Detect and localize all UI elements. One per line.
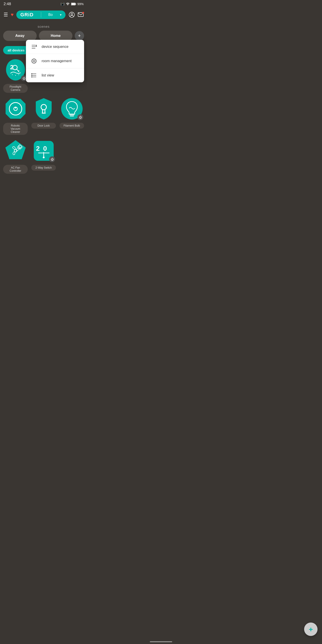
app-logo: GRiD	[20, 12, 34, 18]
all-devices-button[interactable]: all devices	[3, 46, 29, 54]
location-label: Bo	[48, 13, 53, 17]
svg-marker-23	[5, 140, 26, 159]
ac-fan-icon-wrap	[3, 138, 28, 163]
floodlight-camera-label: Floodlight Camera	[3, 84, 28, 93]
device-robotic-vacuum[interactable]: Robotic Vacuum Cleaner	[3, 96, 28, 135]
wifi-icon	[66, 2, 70, 6]
device-door-lock[interactable]: Door Lock	[31, 96, 56, 135]
chevron-down-icon: ▾	[60, 13, 62, 16]
logo-divider	[41, 12, 41, 18]
door-lock-icon-wrap	[31, 96, 56, 121]
home-scene-button[interactable]: Home	[39, 31, 72, 41]
list-view-label: list view	[42, 73, 54, 77]
away-scene-button[interactable]: Away	[3, 31, 37, 41]
add-scene-icon: +	[78, 33, 81, 39]
svg-point-4	[71, 13, 73, 15]
profile-icon[interactable]	[69, 12, 75, 18]
menu-icon[interactable]: ☰	[4, 12, 8, 18]
svg-marker-14	[6, 99, 26, 119]
logo-location-selector[interactable]: GRiD Bo ▾	[16, 10, 66, 19]
svg-point-17	[15, 107, 16, 108]
header-actions	[69, 12, 84, 18]
messages-icon[interactable]	[78, 12, 84, 17]
list-view-item[interactable]: list view	[26, 68, 84, 82]
device-sequence-label: device sequence	[42, 45, 68, 49]
filament-bulb-icon-wrap: ⏻	[60, 96, 84, 121]
device-2way-switch[interactable]: 2 0 ⏻ 2-Way Switch	[31, 138, 56, 174]
device-sequence-item[interactable]: device sequence	[26, 40, 84, 54]
status-icons: 📳 99%	[60, 2, 84, 6]
favorites-icon[interactable]: ♥	[11, 12, 14, 18]
notification-badge	[82, 12, 84, 14]
status-bar: 2:48 📳 99%	[0, 0, 87, 8]
scenes-title: scenes	[0, 22, 87, 31]
scenes-section: scenes Away Home +	[0, 22, 87, 41]
header: ☰ ♥ GRiD Bo ▾	[0, 8, 87, 22]
switch-power-badge[interactable]: ⏻	[49, 156, 55, 162]
svg-point-36	[43, 156, 44, 158]
svg-text:0: 0	[43, 145, 47, 152]
room-management-label: room management	[42, 59, 72, 63]
switch-icon-wrap: 2 0 ⏻	[31, 138, 56, 163]
svg-point-47	[32, 74, 32, 74]
vacuum-label: Robotic Vacuum Cleaner	[3, 123, 28, 135]
door-lock-label: Door Lock	[31, 123, 56, 128]
list-view-icon	[31, 73, 38, 78]
battery-icon	[71, 3, 76, 5]
svg-point-48	[32, 75, 32, 76]
svg-point-43	[33, 60, 35, 62]
floodlight-camera-icon-wrap: 2 ⏻	[3, 58, 28, 82]
svg-point-49	[32, 77, 32, 77]
room-management-icon	[31, 58, 38, 64]
device-floodlight-camera[interactable]: 2 ⏻ Floodlight Camera	[3, 58, 28, 93]
status-time: 2:48	[4, 2, 11, 6]
svg-rect-2	[71, 3, 75, 5]
svg-rect-1	[76, 4, 76, 5]
filament-power-badge[interactable]: ⏻	[77, 114, 83, 120]
switch-label: 2-Way Switch	[31, 165, 56, 170]
context-dropdown-menu: device sequence room management list vie…	[26, 40, 84, 82]
device-filament-bulb[interactable]: ⏻ Filament Bulb	[60, 96, 84, 135]
add-scene-button[interactable]: +	[75, 31, 84, 40]
device-ac-fan-controller[interactable]: AC Fan Controller	[3, 138, 28, 174]
scenes-row: Away Home +	[0, 31, 87, 41]
battery-percent: 99%	[77, 2, 84, 6]
filament-bulb-label: Filament Bulb	[60, 123, 84, 128]
device-sequence-icon	[31, 44, 38, 49]
ac-fan-label: AC Fan Controller	[3, 165, 28, 174]
room-management-item[interactable]: room management	[26, 54, 84, 68]
vibrate-icon: 📳	[60, 2, 64, 6]
vacuum-icon-wrap	[3, 96, 28, 121]
svg-text:2: 2	[36, 145, 40, 152]
